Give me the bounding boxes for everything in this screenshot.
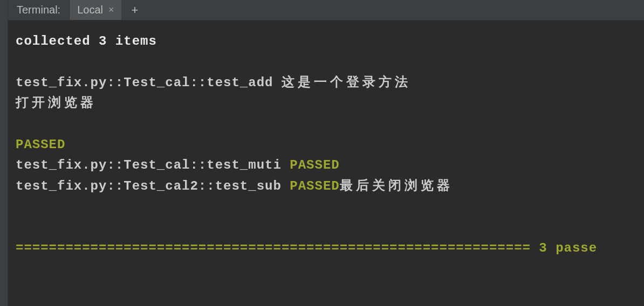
passed-badge: PASSED (290, 158, 339, 172)
terminal-tab-bar: Terminal: Local × + (8, 0, 644, 20)
open-browser-text: 打开浏览器 (16, 96, 97, 110)
test-path-sub: test_fix.py::Test_cal2::test_sub (16, 179, 290, 193)
left-gutter (0, 0, 8, 306)
add-tab-button[interactable]: + (121, 0, 148, 20)
login-method-text: 这是一个登录方法 (282, 75, 411, 90)
summary-text: 3 passe (531, 241, 597, 255)
test-path-add: test_fix.py::Test_cal::test_add (16, 75, 282, 90)
passed-badge: PASSED (16, 137, 65, 152)
summary-separator: ========================================… (16, 241, 531, 255)
tab-label: Local (77, 4, 103, 16)
close-browser-text: 最后关闭浏览器 (340, 179, 453, 193)
terminal-output[interactable]: collected 3 items test_fix.py::Test_cal:… (8, 20, 644, 269)
test-path-muti: test_fix.py::Test_cal::test_muti (16, 158, 290, 172)
tab-local[interactable]: Local × (69, 0, 121, 20)
panel-title: Terminal: (8, 4, 69, 16)
collected-line: collected 3 items (16, 34, 157, 48)
passed-badge: PASSED (290, 179, 339, 193)
close-icon[interactable]: × (108, 4, 114, 16)
